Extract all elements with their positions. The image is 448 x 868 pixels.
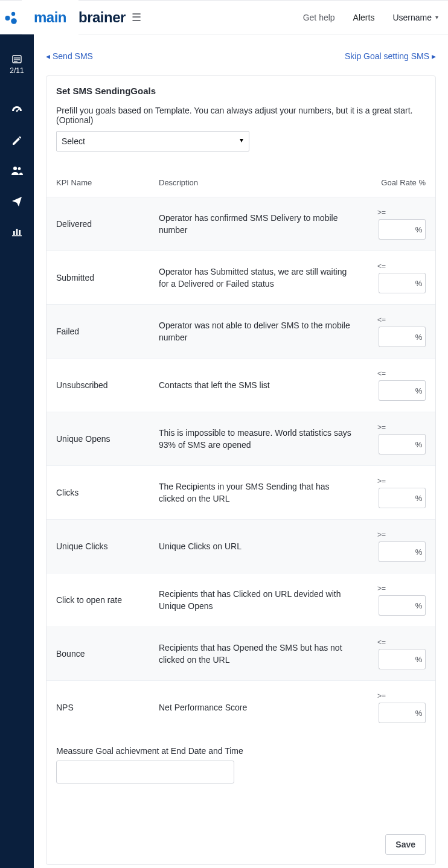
kpi-name: Submitted (56, 273, 159, 282)
kpi-goal-input[interactable] (379, 380, 412, 401)
prefill-description: Prefill you goals based on Template. You… (56, 106, 426, 125)
kpi-goal-input[interactable] (379, 703, 412, 723)
kpi-goal-input[interactable] (379, 541, 412, 562)
kpi-goal-input[interactable] (379, 434, 412, 455)
kpi-operator: >= (359, 208, 426, 217)
edit-icon (11, 135, 22, 146)
caret-right-icon: ▸ (432, 51, 436, 61)
kpi-description: The Recipients in your SMS Sending that … (159, 480, 359, 505)
user-menu[interactable]: Username ▾ (392, 13, 438, 22)
back-link-label: Send SMS (53, 51, 93, 61)
template-select[interactable]: Select (56, 131, 249, 152)
kpi-goal-input[interactable] (379, 595, 412, 616)
sidebar-item-edit[interactable] (0, 128, 34, 153)
skip-link-label: Skip Goal setting SMS (345, 51, 429, 61)
reports-icon (11, 226, 22, 237)
svg-rect-12 (16, 229, 18, 235)
kpi-operator: >= (359, 477, 426, 485)
kpi-description: Recipients that has Clicked on URL devid… (159, 588, 359, 613)
alerts-link[interactable]: Alerts (353, 13, 375, 22)
hamburger-icon[interactable]: ☰ (132, 11, 141, 24)
kpi-goal-input[interactable] (379, 649, 412, 669)
kpi-operator: >= (359, 423, 426, 432)
kpi-row: NPSNet Performance Score>=% (46, 680, 435, 734)
kpi-operator: <= (359, 316, 426, 324)
step-indicator[interactable]: 2/11 (10, 55, 24, 75)
kpi-operator: >= (359, 531, 426, 539)
percent-suffix: % (412, 703, 426, 723)
kpi-goal-input[interactable] (379, 219, 412, 240)
logo[interactable]: mainbrainer (4, 9, 126, 26)
measure-label: Meassure Goal achievment at End Date and… (56, 746, 426, 756)
username-label: Username (392, 13, 432, 22)
kpi-goal-cell: >=% (359, 531, 426, 562)
kpi-name: Unique Clicks (56, 541, 159, 551)
kpi-operator: <= (359, 638, 426, 646)
kpi-name: Bounce (56, 649, 159, 659)
help-link[interactable]: Get help (303, 13, 335, 22)
kpi-description: Operator has confirmed SMS Delivery to m… (159, 212, 359, 237)
kpi-description: Unique Clicks on URL (159, 540, 359, 552)
kpi-name: Failed (56, 327, 159, 336)
kpi-goal-input[interactable] (379, 273, 412, 293)
save-button[interactable]: Save (385, 834, 426, 855)
kpi-goal-cell: >=% (359, 584, 426, 616)
kpi-description: Net Performance Score (159, 701, 359, 713)
col-description: Description (159, 178, 359, 187)
sidebar-item-dashboard[interactable] (0, 98, 34, 123)
kpi-name: Click to open rate (56, 595, 159, 605)
svg-line-8 (17, 109, 19, 111)
step-label: 2/11 (10, 66, 24, 75)
kpi-description: Contacts that left the SMS list (159, 379, 359, 391)
caret-down-icon: ▾ (435, 14, 438, 21)
kpi-operator: <= (359, 262, 426, 270)
percent-suffix: % (412, 541, 426, 562)
kpi-goal-input[interactable] (379, 327, 412, 347)
logo-icon (4, 10, 18, 25)
col-goal-rate: Goal Rate % (359, 178, 426, 187)
kpi-goal-cell: <=% (359, 638, 426, 669)
kpi-table-header: KPI Name Description Goal Rate % (56, 166, 426, 197)
svg-rect-13 (19, 230, 21, 235)
back-link[interactable]: ◂ Send SMS (46, 51, 93, 61)
goals-card: Set SMS SendingGoals Prefill you goals b… (46, 75, 436, 865)
kpi-goal-cell: <=% (359, 316, 426, 347)
percent-suffix: % (412, 649, 426, 669)
dashboard-icon (11, 104, 23, 116)
svg-rect-11 (13, 231, 15, 235)
kpi-row: UnsubscribedContacts that left the SMS l… (46, 358, 435, 412)
percent-suffix: % (412, 595, 426, 616)
kpi-description: Recipients that has Opened the SMS but h… (159, 642, 359, 666)
logo-text: mainbrainer (22, 9, 126, 26)
kpi-row: Click to open rateRecipients that has Cl… (46, 573, 435, 627)
top-bar: mainbrainer ☰ Get help Alerts Username ▾ (0, 0, 448, 34)
percent-suffix: % (412, 327, 426, 347)
sidebar-item-audience[interactable] (0, 158, 34, 183)
kpi-goal-cell: >=% (359, 477, 426, 508)
kpi-operator: >= (359, 584, 426, 593)
percent-suffix: % (412, 434, 426, 455)
measure-datetime-input[interactable] (56, 761, 234, 783)
card-title: Set SMS SendingGoals (46, 76, 435, 106)
kpi-name: Unique Opens (56, 434, 159, 444)
kpi-goal-cell: >=% (359, 423, 426, 455)
kpi-row: BounceRecipients that has Opened the SMS… (46, 627, 435, 680)
svg-point-2 (11, 18, 17, 24)
kpi-goal-cell: >=% (359, 208, 426, 240)
main-content: ◂ Send SMS Skip Goal setting SMS ▸ Set S… (34, 34, 448, 868)
svg-point-1 (5, 16, 10, 21)
kpi-description: Operator has Submitted status, we are st… (159, 266, 359, 290)
kpi-row: ClicksThe Recipients in your SMS Sending… (46, 465, 435, 519)
kpi-operator: <= (359, 369, 426, 378)
sidebar-item-send[interactable] (0, 188, 34, 214)
percent-suffix: % (412, 273, 426, 293)
kpi-description: Operator was not able to deliver SMS to … (159, 319, 359, 344)
kpi-row: SubmittedOperator has Submitted status, … (46, 251, 435, 304)
skip-link[interactable]: Skip Goal setting SMS ▸ (345, 51, 436, 61)
percent-suffix: % (412, 219, 426, 240)
send-icon (11, 196, 22, 206)
caret-left-icon: ◂ (46, 51, 50, 61)
kpi-description: This is impossible to measure. World sta… (159, 427, 359, 452)
sidebar-item-reports[interactable] (0, 219, 34, 244)
kpi-goal-input[interactable] (379, 488, 412, 508)
